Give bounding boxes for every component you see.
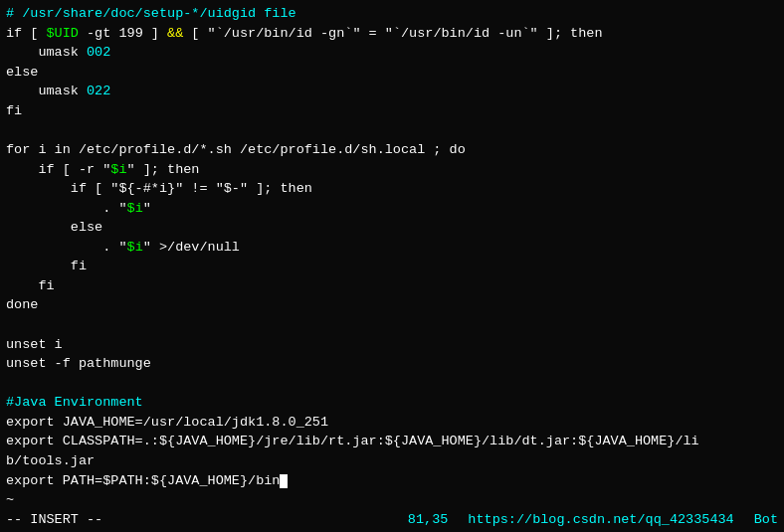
terminal: # /usr/share/doc/setup-*/uidgid file if …: [0, 0, 784, 532]
line-16: done: [6, 295, 778, 315]
line-2: if [ $UID -gt 199 ] && [ "`/usr/bin/id -…: [6, 24, 778, 44]
comment-1: # /usr/share/doc/setup-*/uidgid file: [6, 6, 296, 21]
blog-url: https://blog.csdn.net/qq_42335434: [468, 510, 733, 530]
bot-label: Bot: [754, 510, 778, 530]
line-25: ~: [6, 490, 778, 510]
line-10: if [ "${-#*i}" != "$-" ]; then: [6, 179, 778, 199]
line-19: unset -f pathmunge: [6, 354, 778, 374]
line-14: fi: [6, 257, 778, 276]
line-7: [6, 120, 778, 140]
line-3: umask 002: [6, 43, 778, 63]
line-8: for i in /etc/profile.d/*.sh /etc/profil…: [6, 140, 778, 160]
status-right: 81,35 https://blog.csdn.net/qq_42335434 …: [408, 510, 778, 530]
vim-mode: -- INSERT --: [6, 510, 102, 530]
line-21: #Java Environment: [6, 393, 778, 413]
line-22: export JAVA_HOME=/usr/local/jdk1.8.0_251: [6, 413, 778, 433]
line-24: export PATH=$PATH:${JAVA_HOME}/bin: [6, 471, 778, 491]
line-6: fi: [6, 101, 778, 121]
cursor-position: 81,35: [408, 510, 449, 530]
line-4: else: [6, 63, 778, 83]
statusbar: -- INSERT -- 81,35 https://blog.csdn.net…: [0, 508, 784, 532]
line-18: unset i: [6, 335, 778, 355]
line-15: fi: [6, 276, 778, 296]
line-20: [6, 374, 778, 394]
line-13: . "$i" >/dev/null: [6, 238, 778, 258]
line-1: # /usr/share/doc/setup-*/uidgid file: [6, 4, 778, 24]
line-5: umask 022: [6, 82, 778, 101]
code-area: # /usr/share/doc/setup-*/uidgid file if …: [6, 4, 778, 510]
text-cursor: [280, 474, 288, 488]
line-11: . "$i": [6, 199, 778, 219]
line-12: else: [6, 218, 778, 238]
line-23: export CLASSPATH=.:${JAVA_HOME}/jre/lib/…: [6, 432, 778, 451]
line-23b: b/tools.jar: [6, 451, 778, 471]
comment-java: #Java Environment: [6, 395, 143, 410]
line-17: [6, 315, 778, 335]
line-9: if [ -r "$i" ]; then: [6, 160, 778, 180]
